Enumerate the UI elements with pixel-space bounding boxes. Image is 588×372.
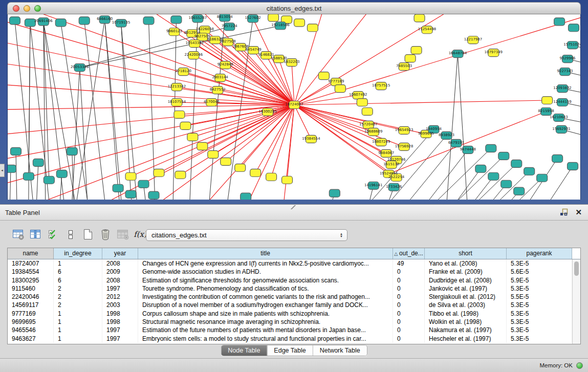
table-row[interactable]: 1456911722003Disruption of a novel membe…	[8, 301, 572, 309]
delete-icon[interactable]	[97, 227, 114, 242]
table-cell[interactable]: Hescheler et al. (1997)	[425, 335, 507, 343]
graph-edge[interactable]	[294, 100, 547, 105]
table-scrollbar-thumb[interactable]	[574, 261, 579, 276]
network-window-titlebar[interactable]: citations_edges.txt	[7, 2, 581, 14]
table-cell[interactable]: 0	[393, 310, 425, 318]
column-header-out_de[interactable]: △out_de...	[393, 248, 425, 259]
graph-node[interactable]	[501, 180, 512, 188]
table-cell[interactable]: Genome-wide association studies in ADHD.	[138, 268, 393, 276]
table-cell[interactable]: 5.3E-5	[507, 301, 572, 309]
graph-node[interactable]	[221, 158, 231, 165]
select-all-icon[interactable]	[45, 227, 61, 242]
table-cell[interactable]: 5.3E-5	[507, 326, 572, 334]
table-cell[interactable]: 1997	[102, 326, 138, 334]
table-cell[interactable]: 5.3E-5	[507, 318, 572, 326]
graph-node[interactable]	[174, 111, 185, 118]
graph-node[interactable]	[514, 187, 525, 195]
graph-node[interactable]	[143, 17, 154, 25]
table-cell[interactable]: Nakamura et al. (1997)	[425, 326, 507, 334]
table-cell[interactable]: 5.3E-5	[507, 310, 572, 318]
graph-node[interactable]	[266, 173, 277, 181]
table-cell[interactable]: Tibbo et al. (1998)	[425, 310, 507, 318]
graph-edge[interactable]	[105, 19, 118, 188]
network-canvas[interactable]: 1872400718300295986012389129541822605898…	[7, 14, 581, 200]
graph-edge[interactable]	[8, 105, 294, 147]
table-cell[interactable]: 2	[54, 285, 102, 293]
graph-edge[interactable]	[273, 105, 294, 200]
graph-edge[interactable]	[8, 105, 294, 112]
table-row[interactable]: 911546021997Tourette syndrome. Phenomeno…	[8, 285, 572, 293]
graph-edge[interactable]	[494, 159, 557, 200]
table-cell[interactable]: 2012	[102, 293, 138, 301]
table-cell[interactable]: Disruption of a novel member of a sodium…	[138, 301, 393, 309]
table-cell[interactable]: 2003	[102, 301, 138, 309]
graph-node[interactable]	[488, 172, 499, 180]
table-source-select[interactable]: citations_edges.txt ▲▼	[146, 229, 347, 241]
table-cell[interactable]: 5.3E-5	[507, 259, 572, 268]
table-cell[interactable]: 0	[393, 276, 425, 285]
float-window-icon[interactable]	[560, 208, 568, 216]
table-cell[interactable]: 1	[54, 318, 102, 326]
table-cell[interactable]: Investigating the contribution of common…	[138, 293, 393, 301]
graph-node[interactable]	[33, 159, 43, 166]
graph-node[interactable]	[475, 165, 486, 172]
table-cell[interactable]: 1997	[102, 285, 138, 293]
table-cell[interactable]: 0	[393, 268, 425, 276]
graph-node[interactable]	[113, 184, 123, 192]
table-cell[interactable]: Dudbridge et al. (2008)	[425, 276, 507, 285]
graph-node[interactable]	[197, 142, 208, 150]
graph-node[interactable]	[307, 24, 318, 32]
table-row[interactable]: 2242004622012Investigating the contribut…	[8, 293, 572, 301]
table-cell[interactable]: 2009	[102, 268, 138, 276]
graph-edge[interactable]	[9, 169, 11, 200]
table-cell[interactable]: 9465546	[8, 326, 54, 334]
graph-edge[interactable]	[458, 54, 470, 200]
table-scrollbar[interactable]	[572, 259, 580, 344]
graph-node[interactable]	[175, 171, 186, 179]
table-cell[interactable]: 6	[54, 276, 102, 285]
table-cell[interactable]: 1	[54, 326, 102, 334]
graph-node[interactable]	[8, 165, 16, 172]
graph-node[interactable]	[282, 176, 293, 184]
table-row[interactable]: 1872400712008Changes of HCN gene express…	[8, 259, 572, 268]
graph-node[interactable]	[250, 169, 261, 177]
graph-node[interactable]	[294, 19, 305, 27]
table-cell[interactable]: Wolkin et al. (1998)	[425, 318, 507, 326]
table-cell[interactable]: 1997	[102, 335, 138, 343]
graph-node[interactable]	[486, 144, 496, 152]
table-cell[interactable]: 5.3E-5	[507, 335, 572, 343]
table-cell[interactable]: Stergiakouli et al. (2012)	[425, 293, 507, 301]
column-header-name[interactable]: name	[8, 248, 54, 259]
table-cell[interactable]: 1	[54, 310, 102, 318]
table-cell[interactable]: 0	[393, 285, 425, 293]
graph-edge[interactable]	[34, 163, 38, 200]
graph-edge[interactable]	[16, 151, 18, 200]
graph-node[interactable]	[67, 147, 77, 155]
graph-node[interactable]	[498, 152, 509, 160]
graph-edge[interactable]	[80, 68, 91, 200]
graph-node[interactable]	[405, 55, 416, 62]
table-cell[interactable]: 5.6E-5	[507, 268, 572, 276]
graph-node[interactable]	[171, 16, 182, 24]
graph-node[interactable]	[10, 147, 21, 155]
graph-node[interactable]	[138, 180, 149, 188]
table-cell[interactable]: 9463627	[8, 335, 54, 343]
table-row[interactable]: 977716911998Corpus callosum shape and si…	[8, 310, 572, 318]
graph-node[interactable]	[148, 191, 159, 199]
graph-node[interactable]	[55, 19, 66, 27]
table-cell[interactable]: 2008	[102, 276, 138, 285]
graph-node[interactable]	[554, 18, 565, 26]
splitter-grip[interactable]	[290, 205, 297, 209]
graph-edge[interactable]	[294, 105, 374, 132]
graph-node[interactable]	[235, 164, 246, 171]
table-cell[interactable]: 1	[54, 259, 102, 268]
table-cell[interactable]: Changes of HCN gene expression and I(f) …	[138, 259, 393, 268]
graph-node[interactable]	[329, 189, 340, 197]
graph-node[interactable]	[208, 150, 219, 158]
close-panel-icon[interactable]: ✕	[575, 209, 582, 216]
graph-edge[interactable]	[225, 65, 294, 105]
import-table-icon[interactable]	[115, 227, 131, 242]
graph-node[interactable]	[357, 99, 367, 106]
table-cell[interactable]: 9115460	[8, 285, 54, 293]
table-cell[interactable]: 19384554	[8, 268, 54, 276]
